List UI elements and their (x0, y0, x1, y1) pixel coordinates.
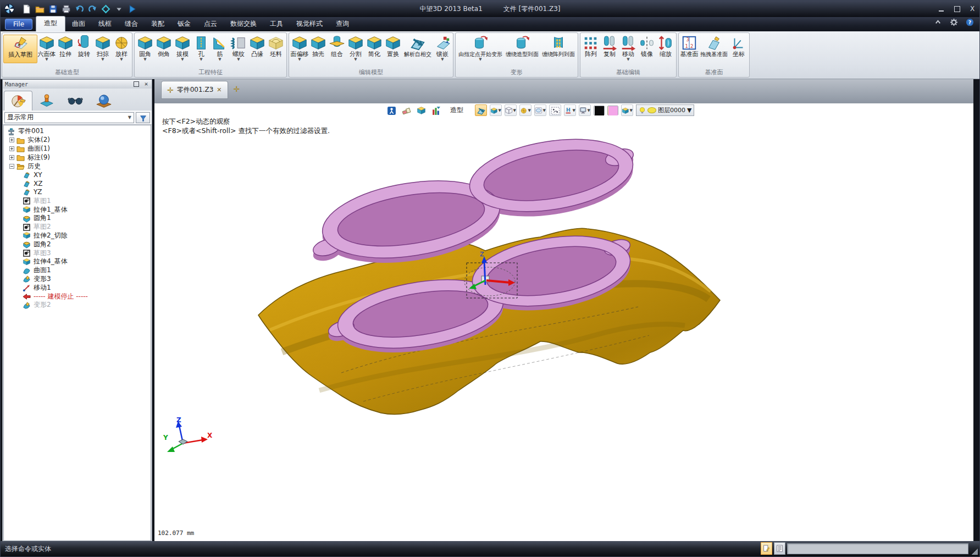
tab-close-icon[interactable]: ✕ (217, 86, 222, 93)
manager-restore-icon[interactable] (133, 81, 140, 87)
tree-sketch3[interactable]: 草图3 (4, 249, 151, 257)
morph-from-point-button[interactable]: 由指定点开始变形▼ (457, 35, 504, 62)
dropdown-arrow-icon[interactable]: ▼ (528, 108, 531, 113)
background-toggle[interactable]: ▼ (534, 104, 546, 116)
resize-grip[interactable] (971, 548, 978, 555)
drag-datum-button[interactable]: 拖拽基准面 (699, 35, 729, 62)
render-mode-toggle[interactable]: ▼ (519, 104, 531, 116)
new-tab-button[interactable]: ✛ (234, 83, 240, 95)
tree-annotations-folder[interactable]: 标注(9) (4, 153, 151, 162)
play-button[interactable] (128, 4, 137, 14)
history-manager-tab[interactable] (4, 91, 32, 111)
dropdown-arrow-icon[interactable]: ▼ (237, 58, 240, 62)
filter-list-button[interactable] (430, 104, 442, 116)
sweep-button[interactable]: 扫掠▼ (93, 35, 112, 62)
layer-combo[interactable]: 图层0000▼ (636, 104, 694, 116)
dropdown-arrow-icon[interactable]: ▼ (513, 108, 516, 113)
tree-extrude4[interactable]: 拉伸4_基体 (4, 257, 151, 266)
scale-button[interactable]: 缩放 (656, 35, 675, 62)
tree-morph2[interactable]: 变形2 (4, 301, 151, 310)
collapse-minus-icon[interactable] (9, 164, 14, 169)
dropdown-arrow-icon[interactable]: ▼ (499, 108, 501, 113)
tree-extrude2[interactable]: 拉伸2_切除 (4, 231, 151, 240)
tree-part-root[interactable]: 零件001 (4, 127, 151, 136)
tree-extrude1[interactable]: 拉伸1_基体 (4, 205, 151, 214)
replace-button[interactable]: 置换 (384, 35, 402, 62)
screen-toggle[interactable]: ▼ (579, 104, 591, 116)
dropdown-arrow-icon[interactable]: ▼ (120, 58, 123, 62)
copy-button[interactable]: 复制 (600, 35, 619, 62)
help-icon[interactable]: ? (966, 18, 974, 26)
dropdown-arrow-icon[interactable]: ▼ (200, 58, 202, 62)
redo-button[interactable] (88, 4, 97, 14)
mirror-button[interactable]: 镜像 (638, 35, 656, 62)
save-button[interactable] (48, 4, 58, 14)
insert-sketch-button[interactable]: 插入草图 (3, 35, 37, 63)
minimize-button[interactable] (938, 5, 945, 12)
wrap-array-to-face-button[interactable]: 缠绕阵列到面 (540, 35, 577, 62)
visual-manager-tab[interactable] (90, 91, 118, 111)
dropdown-arrow-icon[interactable]: ▼ (627, 58, 629, 62)
fillet-button[interactable]: 圆角▼ (136, 35, 154, 62)
color-swatch-pink[interactable] (607, 106, 618, 115)
filter-funnel-button[interactable] (136, 112, 150, 123)
visibility-manager-tab[interactable] (61, 91, 90, 111)
flange-button[interactable]: 凸缘 (248, 35, 267, 62)
menu-tools[interactable]: 工具 (263, 17, 290, 31)
shell-button[interactable]: 抽壳 (309, 35, 328, 62)
dropdown-arrow-icon[interactable]: ▼ (218, 58, 221, 62)
tree-solids-folder[interactable]: 实体(2) (4, 136, 151, 145)
dropdown-arrow-icon[interactable]: ▼ (181, 58, 184, 62)
tree-sketch2[interactable]: 草图2 (4, 223, 151, 231)
menu-wireframe[interactable]: 线框 (92, 17, 118, 31)
draft-button[interactable]: 拔模▼ (173, 35, 192, 62)
tree-sketch1[interactable]: 草图1 (4, 196, 151, 205)
shade-button[interactable] (415, 104, 427, 116)
scene-3d[interactable]: Z Z X Y (154, 103, 973, 542)
inlay-button[interactable]: 镶嵌▼ (433, 35, 452, 62)
loft-button[interactable]: 放样▼ (112, 35, 131, 62)
hole-button[interactable]: 孔▼ (192, 35, 211, 62)
dropdown-arrow-icon[interactable]: ▼ (101, 58, 104, 62)
tree-plane-xz[interactable]: XZ (4, 179, 151, 188)
tree-plane-yz[interactable]: YZ (4, 188, 151, 197)
menu-dataexchange[interactable]: 数据交换 (224, 17, 263, 31)
close-button[interactable]: X (968, 5, 976, 12)
observe-button[interactable] (385, 104, 397, 116)
undo-button[interactable] (75, 4, 84, 14)
revolve-button[interactable]: 旋转 (75, 35, 93, 62)
csys-button[interactable]: 坐标 (729, 35, 748, 62)
tree-fillet2[interactable]: 圆角2 (4, 240, 151, 249)
wrap-shape-to-face-button[interactable]: 缠绕造型到面 (504, 35, 540, 62)
maximize-button[interactable] (953, 5, 961, 12)
thread-button[interactable]: 螺纹▼ (229, 35, 248, 62)
dropdown-arrow-icon[interactable]: ▼ (588, 108, 590, 113)
shaded-mode-toggle[interactable]: ▼ (490, 104, 502, 116)
dropdown-arrow-icon[interactable]: ▼ (687, 107, 691, 114)
tree-surfaces-folder[interactable]: 曲面(1) (4, 145, 151, 153)
pattern-button[interactable]: 阵列 (582, 35, 600, 62)
dropdown-arrow-icon[interactable]: ▼ (630, 108, 633, 113)
filter-select[interactable]: 显示常用 ▼ (4, 112, 134, 123)
dropdown-arrow-icon[interactable]: ▼ (354, 58, 357, 62)
dropdown-arrow-icon[interactable]: ▼ (45, 58, 48, 62)
manager-close-icon[interactable]: ✕ (143, 81, 150, 87)
settings-gear-icon[interactable] (950, 18, 958, 26)
view-ring-button[interactable] (101, 4, 110, 14)
color-swatch-black[interactable] (594, 106, 605, 115)
viewport[interactable]: 造型▼▼▼▼H▼▼▼图层0000▼ 按下<F2>动态的观察 <F8>或者<Shi… (154, 103, 973, 542)
combine-button[interactable]: 组合 (328, 35, 346, 62)
assembly-manager-tab[interactable] (32, 91, 61, 111)
status-edit-button[interactable] (761, 542, 772, 555)
new-file-button[interactable] (22, 4, 31, 14)
datum-plane-button[interactable]: 312基准面 (680, 35, 699, 62)
tree-surface1[interactable]: 曲面1 (4, 266, 151, 275)
status-list-button[interactable] (774, 542, 785, 555)
expand-plus-icon[interactable] (9, 146, 14, 151)
dropdown-arrow-icon[interactable]: ▼ (298, 58, 301, 62)
wireframe-mode-toggle[interactable]: ▼ (505, 104, 517, 116)
menu-shape[interactable]: 造型 (36, 16, 65, 31)
document-tab[interactable]: ✛ 零件001.Z3 ✕ (161, 81, 228, 99)
print-button[interactable] (62, 4, 71, 14)
entity-color-toggle[interactable]: ▼ (621, 104, 633, 116)
